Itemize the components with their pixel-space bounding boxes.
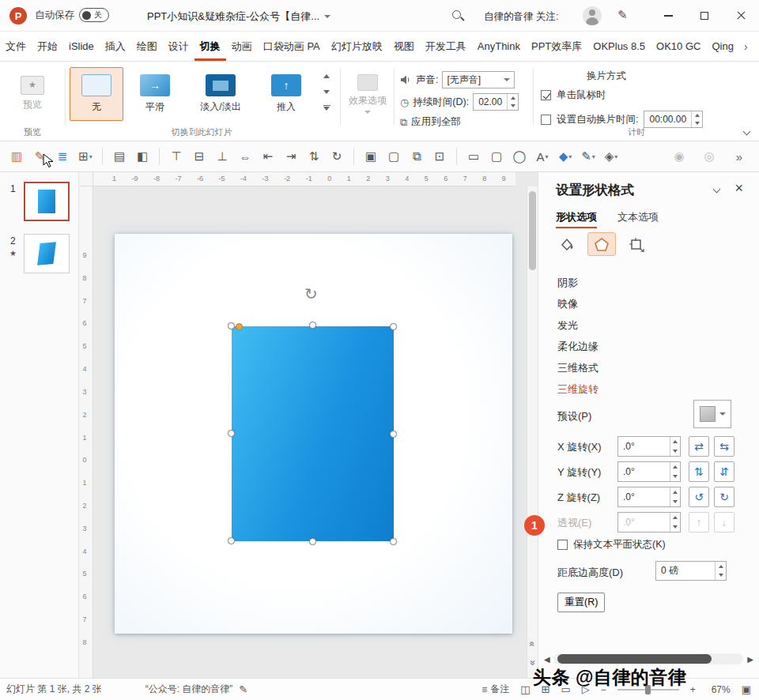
height-from-bottom-input[interactable]: 0 磅 [655, 561, 727, 581]
ribbon-tab[interactable]: OK10 GC [651, 32, 706, 61]
scrollbar-thumb[interactable] [529, 191, 536, 270]
merge-shapes-icon[interactable]: ◉ [669, 146, 689, 167]
maximize-button[interactable] [686, 0, 723, 32]
brush-icon[interactable]: ✎ [617, 8, 628, 22]
duration-input[interactable]: 02.00 [473, 93, 519, 111]
distribute-horizontal-icon[interactable]: ⇔ [235, 146, 255, 167]
auto-advance-input[interactable]: 00:00.00 [644, 111, 703, 128]
on-click-checkbox[interactable] [541, 90, 551, 100]
sound-select[interactable]: [无声音] [442, 71, 515, 88]
format-section-item[interactable]: 柔化边缘 [557, 336, 599, 357]
slide-layout-icon[interactable]: ▤ [109, 146, 130, 167]
align-middle-icon[interactable]: ⊟ [189, 146, 210, 167]
resize-handle-middle-right[interactable] [390, 431, 397, 438]
ribbon-tab[interactable]: 口袋动画 PA [258, 32, 326, 61]
blue-rectangle-shape[interactable] [232, 326, 394, 541]
rotate-objects-icon[interactable]: ↻ [327, 146, 347, 167]
ribbon-tab[interactable]: 开始 [32, 32, 63, 61]
resize-handle-top-center[interactable] [309, 322, 316, 329]
spin-down-icon[interactable] [508, 102, 518, 110]
shape-ellipse-icon[interactable]: ◯ [509, 146, 530, 167]
align-right-icon[interactable]: ⇥ [281, 146, 301, 167]
z-rotation-input[interactable]: .0° [617, 487, 681, 507]
spin-up-icon[interactable] [670, 437, 680, 446]
x-rotate-left-button[interactable]: ⇄ [689, 436, 709, 457]
resize-handle-top-right[interactable] [390, 323, 397, 330]
format-section-item[interactable]: 三维格式 [557, 357, 599, 378]
shape-effects-icon[interactable]: ◈▾ [601, 146, 621, 167]
ribbon-tab[interactable]: PPT效率库 [526, 32, 587, 61]
ribbon-tab[interactable]: OKPlus 8.5 [587, 32, 651, 61]
ribbon-tab[interactable]: 文件 [0, 32, 32, 61]
reset-button[interactable]: 重置(R) [557, 593, 605, 612]
tab-shape-options[interactable]: 形状选项 [556, 210, 597, 228]
distribute-vertical-icon[interactable]: ⇅ [304, 146, 324, 167]
format-section-item[interactable]: 映像 [557, 293, 599, 314]
resize-handle-bottom-right[interactable] [390, 538, 397, 545]
ribbon-tab[interactable]: 插入 [100, 32, 131, 61]
align-bottom-icon[interactable]: ⊥ [212, 146, 232, 167]
resize-handle-top-left[interactable] [228, 322, 235, 329]
shape-outline-icon[interactable]: ✎▾ [578, 146, 599, 167]
insert-chart-icon[interactable]: ▥ [6, 146, 27, 167]
tab-overflow-icon[interactable]: › [741, 40, 751, 53]
apply-to-all-button[interactable]: 应用到全部 [411, 115, 461, 129]
send-backward-icon[interactable]: ▢ [383, 146, 404, 167]
keep-text-flat-checkbox[interactable] [557, 540, 568, 550]
y-rotate-up-button[interactable]: ⇅ [689, 461, 709, 482]
ribbon-tab[interactable]: 视图 [388, 32, 420, 61]
shape-rounded-rectangle-icon[interactable]: ▢ [486, 146, 507, 167]
ribbon-tab[interactable]: iSlide [63, 32, 100, 61]
smart-align-icon[interactable]: ≣ [52, 146, 73, 167]
ribbon-tab[interactable]: Qing [706, 32, 738, 61]
table-grid-icon[interactable]: ⊞▾ [75, 146, 96, 167]
ribbon-tab[interactable]: 动画 [226, 32, 258, 61]
scroll-right-icon[interactable]: ▶ [745, 655, 756, 664]
preview-button[interactable]: ★ 预览 [8, 68, 57, 119]
y-rotate-down-button[interactable]: ⇵ [714, 461, 734, 482]
group-objects-icon[interactable]: ⧉ [406, 146, 427, 167]
format-section-item[interactable]: 三维旋转 [557, 378, 599, 400]
rotation-handle[interactable]: ↻ [304, 284, 318, 303]
spin-up-icon[interactable] [716, 562, 726, 571]
account-follow-label[interactable]: 自律的音律 关注: [484, 10, 558, 24]
zoom-percentage[interactable]: 67% [707, 684, 731, 695]
x-rotation-input[interactable]: .0° [617, 436, 681, 457]
combine-shapes-icon[interactable]: ◎ [699, 146, 719, 167]
bring-forward-icon[interactable]: ▣ [361, 146, 381, 167]
panel-close-button[interactable]: × [734, 180, 743, 197]
ribbon-tab[interactable]: 绘图 [131, 32, 163, 61]
gallery-scroll-up-icon[interactable] [319, 70, 334, 83]
zoom-in-button[interactable]: + [690, 684, 696, 695]
resize-handle-bottom-left[interactable] [228, 537, 235, 544]
slide-editing-area[interactable]: ↻ [115, 234, 512, 634]
slide-thumbnail-2[interactable] [24, 234, 70, 273]
app-logo-icon[interactable]: P [9, 7, 27, 24]
shape-fill-icon[interactable]: ◆▾ [555, 146, 576, 167]
format-section-item[interactable]: 阴影 [557, 272, 599, 293]
spin-down-icon[interactable] [670, 497, 680, 506]
close-button[interactable] [723, 0, 759, 32]
fit-to-window-button[interactable]: ▣ [742, 683, 751, 695]
document-title[interactable]: PPT小知识&疑难杂症-公众号【自律... [147, 9, 330, 24]
spin-up-icon[interactable] [692, 111, 702, 119]
spin-up-icon[interactable] [670, 487, 680, 497]
autosave-toggle[interactable]: 关 [79, 8, 109, 22]
edit-shape-icon[interactable]: ✎ [29, 146, 50, 167]
spin-down-icon[interactable] [670, 472, 680, 481]
scrollbar-thumb[interactable] [557, 654, 712, 664]
fill-line-icon[interactable] [553, 232, 581, 256]
vertical-ruler[interactable]: 987654321012345678 [79, 186, 93, 678]
spin-down-icon[interactable] [716, 571, 726, 581]
text-box-icon[interactable]: A▾ [532, 146, 553, 167]
format-section-item[interactable]: 发光 [557, 314, 599, 336]
ribbon-tab[interactable]: 开发工具 [420, 32, 472, 61]
collapse-ribbon-icon[interactable] [744, 129, 750, 134]
slide-thumbnail-1[interactable] [24, 182, 70, 221]
auto-advance-checkbox[interactable] [541, 115, 551, 125]
transition-push[interactable]: ↑ 推入 [259, 67, 313, 121]
panel-scrollbar[interactable]: ◀ ▶ [538, 653, 759, 665]
preset-dropdown[interactable] [693, 400, 731, 428]
edit-pencil-icon[interactable]: ✎ [239, 683, 247, 695]
shape-rectangle-icon[interactable]: ▭ [463, 146, 484, 167]
